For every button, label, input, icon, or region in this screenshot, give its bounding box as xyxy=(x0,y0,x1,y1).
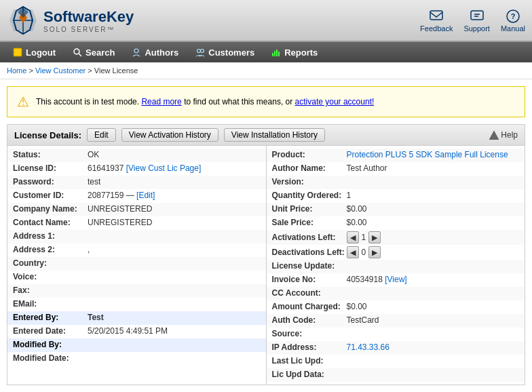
feedback-button[interactable]: Feedback xyxy=(420,8,453,33)
detail-value: 71.43.33.66 xyxy=(347,342,520,352)
activation-count: 1 xyxy=(362,233,366,242)
logo-area: SoftwareKey SOLO SERVER™ xyxy=(7,4,134,37)
decrement-button[interactable]: ◀ xyxy=(347,231,359,243)
right-detail-row: IP Address:71.43.33.66 xyxy=(267,341,525,355)
svg-point-14 xyxy=(74,49,79,54)
detail-label: EMail: xyxy=(13,299,88,309)
detail-value: 20877159 — [Edit] xyxy=(88,191,261,200)
right-detail-row: Amount Charged:$0.00 xyxy=(267,300,525,314)
breadcrumb-home[interactable]: Home xyxy=(7,66,26,75)
detail-link[interactable]: [Edit] xyxy=(136,191,155,200)
right-detail-row: Invoice No:40534918 [View] xyxy=(267,273,525,287)
svg-point-17 xyxy=(197,50,201,53)
svg-rect-7 xyxy=(471,11,483,20)
view-installation-history-button[interactable]: View Installation History xyxy=(224,128,325,142)
left-detail-row: Entered Date:5/20/2015 4:49:51 PM xyxy=(7,325,266,338)
view-activation-history-button[interactable]: View Activation History xyxy=(121,128,218,142)
left-detail-row: Voice: xyxy=(7,271,266,284)
left-detail-row: Modified Date: xyxy=(7,352,266,366)
detail-value: 5/20/2015 4:49:51 PM xyxy=(88,326,261,336)
breadcrumb-view-customer[interactable]: View Customer xyxy=(35,66,86,75)
right-detail-row: Author Name:Test Author xyxy=(267,162,525,176)
reports-icon xyxy=(271,47,282,58)
feedback-icon xyxy=(428,8,444,24)
nav-logout[interactable]: ⚡ Logout xyxy=(4,44,64,60)
read-more-link[interactable]: Read more xyxy=(141,97,181,106)
detail-value: test xyxy=(88,177,261,187)
detail-value: $0.00 xyxy=(347,302,520,311)
help-icon xyxy=(489,130,499,140)
detail-label: Lic Upd Data: xyxy=(272,370,347,379)
decrement-button[interactable]: ◀ xyxy=(347,246,359,258)
right-detail-row: Activations Left:◀1▶ xyxy=(267,230,525,245)
right-detail-row: Sale Price:$0.00 xyxy=(267,216,525,230)
activation-count: 0 xyxy=(362,248,366,257)
detail-link[interactable]: [View] xyxy=(385,275,406,284)
right-detail-row: Quantity Ordered:1 xyxy=(267,189,525,203)
navbar: ⚡ Logout Search Authors xyxy=(0,42,532,62)
manual-icon: ? xyxy=(505,8,521,24)
increment-button[interactable]: ▶ xyxy=(368,246,381,258)
svg-text:⚡: ⚡ xyxy=(14,49,21,56)
detail-value: Protection PLUS 5 SDK Sample Full Licens… xyxy=(347,150,520,159)
svg-rect-19 xyxy=(272,53,273,56)
nav-reports[interactable]: Reports xyxy=(263,44,326,60)
detail-label: Modified Date: xyxy=(13,353,88,363)
left-detail-row: EMail: xyxy=(7,298,266,311)
support-button[interactable]: Support xyxy=(463,8,490,33)
logout-icon: ⚡ xyxy=(12,47,23,58)
detail-value: $0.00 xyxy=(347,204,520,214)
customers-icon xyxy=(195,47,206,58)
left-detail-row: Entered By:Test xyxy=(7,311,266,325)
logo-icon xyxy=(7,4,39,37)
svg-rect-22 xyxy=(278,52,280,56)
logo-sub: SOLO SERVER™ xyxy=(43,26,134,33)
detail-link[interactable]: [View Cust Lic Page] xyxy=(126,163,202,173)
detail-link[interactable]: Protection PLUS 5 SDK Sample Full Licens… xyxy=(347,150,508,159)
detail-value: Test xyxy=(88,313,261,322)
left-detail-row: Fax: xyxy=(7,284,266,298)
detail-label: Country: xyxy=(13,258,88,268)
svg-point-16 xyxy=(134,49,138,53)
header: SoftwareKey SOLO SERVER™ Feedback Sup xyxy=(0,0,532,42)
detail-value: 40534918 [View] xyxy=(347,275,520,284)
activate-account-link[interactable]: activate your account! xyxy=(295,97,375,106)
detail-label: Modified By: xyxy=(13,340,88,349)
right-detail-row: Unit Price:$0.00 xyxy=(267,203,525,216)
right-detail-row: Lic Upd Data: xyxy=(267,368,525,382)
detail-label: Entered By: xyxy=(13,313,88,322)
right-detail-row: Auth Code:TestCard xyxy=(267,314,525,328)
details-right: Product:Protection PLUS 5 SDK Sample Ful… xyxy=(267,146,525,385)
help-button[interactable]: Help xyxy=(489,130,518,140)
warning-text: This account is in test mode. Read more … xyxy=(36,97,374,106)
left-detail-row: License ID:61641937 [View Cust Lic Page] xyxy=(7,162,266,176)
detail-label: Voice: xyxy=(13,272,88,281)
svg-rect-20 xyxy=(274,51,276,56)
edit-button[interactable]: Edit xyxy=(87,128,116,142)
license-details-label: License Details: xyxy=(14,130,81,140)
increment-button[interactable]: ▶ xyxy=(368,231,381,243)
nav-customers[interactable]: Customers xyxy=(187,44,263,60)
nav-authors[interactable]: Authors xyxy=(123,44,187,60)
detail-label: Auth Code: xyxy=(272,315,347,325)
detail-label: Quantity Ordered: xyxy=(272,191,347,200)
detail-link[interactable]: 71.43.33.66 xyxy=(347,342,390,352)
detail-value: UNREGISTERED xyxy=(88,218,261,227)
left-detail-row: Modified By: xyxy=(7,338,266,352)
detail-label: Last Lic Upd: xyxy=(272,356,347,366)
nav-search[interactable]: Search xyxy=(64,44,123,60)
detail-label: Source: xyxy=(272,329,347,338)
right-detail-row: Version: xyxy=(267,176,525,189)
detail-value: , xyxy=(88,245,261,254)
left-detail-row: Status:OK xyxy=(7,149,266,162)
detail-label: Address 1: xyxy=(13,231,88,241)
activation-control: ◀0▶ xyxy=(347,246,520,258)
warning-banner: ⚠ This account is in test mode. Read mor… xyxy=(7,86,525,117)
right-detail-row: Product:Protection PLUS 5 SDK Sample Ful… xyxy=(267,149,525,162)
detail-label: License ID: xyxy=(13,163,88,173)
header-right: Feedback Support ? Manual xyxy=(420,8,525,33)
manual-button[interactable]: ? Manual xyxy=(501,8,525,33)
detail-label: Entered Date: xyxy=(13,326,88,336)
detail-label: Version: xyxy=(272,177,347,187)
right-detail-row: Source: xyxy=(267,328,525,341)
